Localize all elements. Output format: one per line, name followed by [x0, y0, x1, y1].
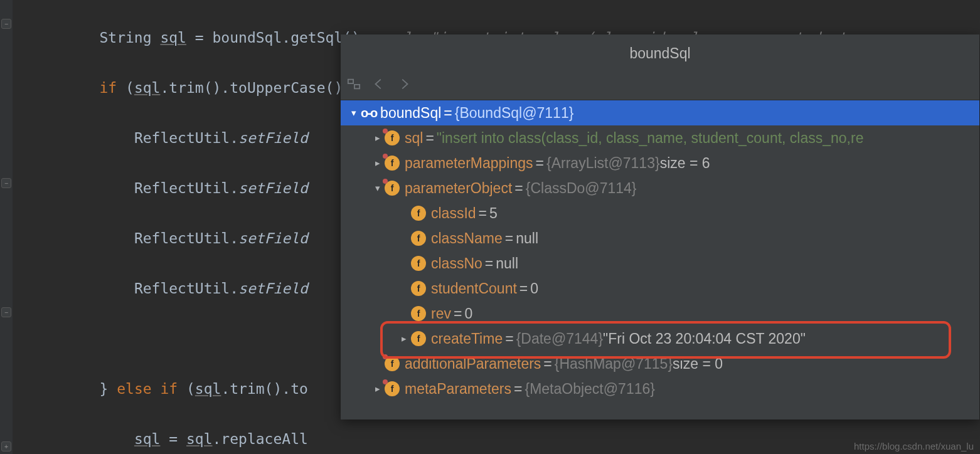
field-tail: size = 0 — [673, 356, 723, 372]
field-type: {Date@7144} — [516, 330, 603, 347]
field-type: {MetaObject@7116} — [525, 381, 654, 398]
field-name: createTime — [431, 330, 503, 347]
field-value: 0 — [464, 305, 472, 322]
field-icon: f — [411, 331, 426, 346]
back-icon[interactable] — [372, 77, 386, 95]
field-icon: f — [411, 281, 426, 296]
tree-row-metaParameters[interactable]: ▸fmetaParameters = {MetaObject@7116} — [341, 376, 979, 401]
tree-row-sql[interactable]: ▸fsql = "insert into class(class_id, cla… — [341, 125, 979, 150]
svg-rect-1 — [354, 85, 360, 88]
tree-root-boundsql[interactable]: ▾ о-о boundSql = {BoundSql@7111} — [341, 100, 979, 125]
field-name: parameterObject — [405, 180, 512, 197]
var-sql: sql — [160, 29, 186, 46]
field-icon: f — [411, 231, 426, 246]
field-icon: f — [385, 181, 400, 196]
field-icon: f — [385, 356, 400, 371]
chevron-down-icon[interactable]: ▾ — [371, 182, 385, 194]
tree-row-className[interactable]: fclassName = null — [341, 226, 979, 251]
chevron-right-icon[interactable]: ▸ — [397, 333, 411, 344]
field-value-string: "insert into class(class_id, class_name,… — [437, 130, 864, 147]
field-name: parameterMappings — [405, 155, 533, 172]
field-tail: "Fri Oct 23 20:04:04 CST 2020" — [603, 330, 806, 347]
field-value: 0 — [530, 280, 538, 297]
field-value: null — [516, 230, 538, 247]
field-icon: f — [411, 306, 426, 321]
field-type: {HashMap@7115} — [555, 356, 673, 372]
forward-icon[interactable] — [397, 77, 411, 95]
field-name: classNo — [431, 255, 482, 272]
field-icon: f — [411, 206, 426, 221]
tree-row-classNo[interactable]: fclassNo = null — [341, 251, 979, 276]
tree-row-parameterObject[interactable]: ▾fparameterObject = {ClassDo@7114} — [341, 176, 979, 201]
field-name: classId — [431, 205, 476, 222]
variables-tree[interactable]: ▾ о-о boundSql = {BoundSql@7111} ▸fsql =… — [341, 100, 979, 401]
tree-row-parameterMappings[interactable]: ▸fparameterMappings = {ArrayList@7113} s… — [341, 150, 979, 176]
field-tail: size = 6 — [660, 155, 710, 172]
class-view-icon[interactable] — [347, 77, 361, 95]
field-icon: f — [385, 130, 400, 145]
field-name: rev — [431, 305, 451, 322]
field-name: className — [431, 230, 503, 247]
editor-gutter: − − − + — [0, 0, 13, 454]
gutter-fold-icon[interactable]: − — [1, 307, 11, 317]
watermark-text: https://blog.csdn.net/xuan_lu — [854, 441, 974, 451]
gutter-fold-icon[interactable]: + — [1, 441, 11, 451]
gutter-fold-icon[interactable]: − — [1, 178, 11, 188]
tree-row-additionalParameters[interactable]: fadditionalParameters = {HashMap@7115} s… — [341, 351, 979, 376]
field-name: sql — [405, 130, 423, 147]
field-type: {ArrayList@7113} — [546, 155, 660, 172]
popup-toolbar — [341, 72, 979, 100]
watch-icon: о-о — [361, 106, 376, 120]
tree-row-rev[interactable]: frev = 0 — [341, 301, 979, 326]
field-icon: f — [411, 256, 426, 271]
chevron-right-icon[interactable]: ▸ — [371, 157, 385, 169]
field-type: {ClassDo@7114} — [526, 180, 637, 197]
chevron-down-icon[interactable]: ▾ — [347, 107, 361, 119]
field-name: metaParameters — [405, 381, 511, 398]
field-name: studentCount — [431, 280, 517, 297]
tree-row-classId[interactable]: fclassId = 5 — [341, 201, 979, 226]
field-value: null — [496, 255, 518, 272]
field-value: 5 — [489, 205, 498, 222]
debugger-evaluate-popup: boundSql ▾ о-о boundSql = {BoundSql@7111… — [341, 34, 979, 420]
field-name: additionalParameters — [405, 356, 541, 372]
root-name: boundSql — [380, 105, 441, 122]
tree-row-createTime[interactable]: ▸fcreateTime = {Date@7144} "Fri Oct 23 2… — [341, 326, 979, 351]
field-icon: f — [385, 381, 400, 396]
popup-title: boundSql — [341, 34, 979, 72]
field-icon: f — [385, 156, 400, 171]
svg-rect-0 — [348, 80, 353, 83]
root-value: {BoundSql@7111} — [455, 105, 574, 122]
gutter-fold-icon[interactable]: − — [1, 19, 11, 29]
chevron-right-icon[interactable]: ▸ — [371, 132, 385, 144]
tree-row-studentCount[interactable]: fstudentCount = 0 — [341, 276, 979, 301]
chevron-right-icon[interactable]: ▸ — [371, 383, 385, 394]
